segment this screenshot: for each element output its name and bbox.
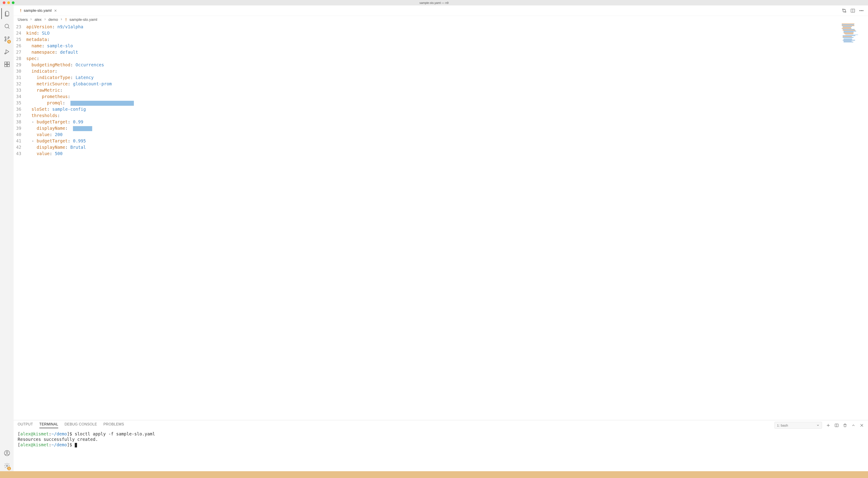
compare-changes-button[interactable] [842,8,847,13]
panel-tab-terminal[interactable]: TERMINAL [39,422,58,428]
editor-actions [842,8,868,13]
trash-icon [843,423,847,427]
svg-point-3 [8,37,9,38]
extensions-activity[interactable] [1,59,12,70]
play-bug-icon [4,49,10,55]
traffic-lights [0,1,14,4]
svg-point-10 [6,451,8,453]
chevron-right-icon [43,18,46,22]
svg-rect-5 [5,62,7,64]
code-content[interactable]: apiVersion: n9/v1alphakind: SLOmetadata:… [26,24,868,420]
svg-rect-7 [7,65,9,67]
maximize-window-button[interactable] [12,1,14,4]
maximize-panel-button[interactable] [851,423,856,427]
code-editor[interactable]: 2324252627282930313233343536373839404142… [13,24,868,420]
plus-icon [826,423,830,427]
svg-rect-8 [7,62,9,64]
panel-tab-row: OUTPUT TERMINAL DEBUG CONSOLE PROBLEMS 1… [13,420,868,430]
svg-point-4 [5,53,6,54]
svg-point-17 [863,10,863,11]
files-icon [4,10,10,17]
svg-point-11 [6,465,8,467]
close-icon [860,423,864,427]
terminal[interactable]: [alex@kismet:~/demo]$ sloctl apply -f sa… [13,430,868,471]
split-terminal-button[interactable] [835,423,839,427]
svg-rect-6 [5,65,7,67]
minimize-window-button[interactable] [7,1,10,4]
split-icon [850,8,855,13]
close-panel-button[interactable] [860,423,864,427]
status-bar[interactable] [0,471,868,478]
svg-point-12 [842,9,843,10]
search-icon [4,23,10,29]
more-actions-button[interactable] [859,8,864,13]
accounts-activity[interactable] [1,448,12,458]
yaml-file-icon: ! [65,18,67,22]
new-terminal-button[interactable] [826,423,830,427]
svg-point-13 [845,11,846,12]
source-control-badge: 5 [7,40,11,43]
git-compare-icon [842,8,847,13]
tab-filename: sample-slo.yaml [24,8,52,13]
svg-point-1 [5,37,6,38]
more-icon [859,8,864,13]
search-activity[interactable] [1,21,12,32]
settings-badge: 1 [7,467,11,470]
panel-actions: 1: bash [774,422,864,428]
breadcrumb-segment[interactable]: alex [34,18,41,22]
workspace: 5 1 ! sample-slo.yaml [0,5,868,471]
breadcrumb-segment[interactable]: sample-slo.yaml [69,18,97,22]
explorer-activity[interactable] [1,8,12,19]
panel-tab-output[interactable]: OUTPUT [18,422,33,428]
os-titlebar: sample-slo.yaml — n9 [0,0,868,5]
editor-tab-row: ! sample-slo.yaml [13,5,868,16]
activity-bar: 5 1 [0,5,13,471]
yaml-file-icon: ! [20,8,22,13]
breadcrumb-segment[interactable]: demo [49,18,58,22]
chevron-right-icon [29,18,33,22]
terminal-selector[interactable]: 1: bash [774,422,822,428]
svg-point-16 [861,10,862,11]
user-icon [4,450,10,456]
editor-tab[interactable]: ! sample-slo.yaml [16,5,61,15]
window-title: sample-slo.yaml — n9 [420,1,449,4]
svg-point-0 [5,24,9,28]
split-icon [835,423,839,427]
panel-tab-problems[interactable]: PROBLEMS [103,422,124,428]
bottom-panel: OUTPUT TERMINAL DEBUG CONSOLE PROBLEMS 1… [13,420,868,471]
svg-point-2 [5,40,6,41]
run-debug-activity[interactable] [1,46,12,57]
editor-column: ! sample-slo.yaml Users [13,5,868,471]
chevron-up-icon [851,423,856,427]
split-editor-button[interactable] [850,8,855,13]
terminal-selector-label: 1: bash [777,423,788,427]
source-control-activity[interactable]: 5 [1,33,12,44]
close-icon [54,9,57,12]
line-number-gutter: 2324252627282930313233343536373839404142… [13,24,26,420]
extensions-icon [4,61,10,67]
kill-terminal-button[interactable] [843,423,847,427]
svg-point-15 [860,10,860,11]
panel-tab-debug-console[interactable]: DEBUG CONSOLE [65,422,97,428]
chevron-down-icon [816,424,819,427]
close-window-button[interactable] [3,1,5,4]
tab-close-button[interactable] [54,9,58,13]
breadcrumbs[interactable]: Users alex demo ! sample-slo.yaml [13,16,868,24]
breadcrumb-segment[interactable]: Users [18,18,28,22]
chevron-right-icon [60,18,63,22]
settings-activity[interactable]: 1 [1,460,12,471]
